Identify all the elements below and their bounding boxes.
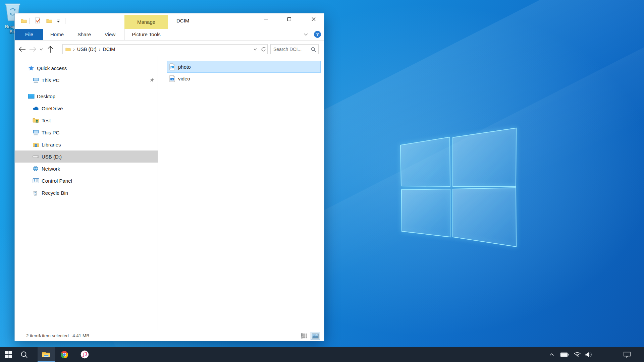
taskbar-search-button[interactable] <box>16 347 32 362</box>
explorer-window-icon <box>21 18 27 23</box>
taskbar-itunes-button[interactable] <box>76 347 93 362</box>
tab-picture-tools[interactable]: Picture Tools <box>124 29 168 40</box>
chrome-icon <box>60 351 68 359</box>
address-toolbar: › USB (D:) › DCIM <box>15 42 324 57</box>
status-divider <box>35 333 35 339</box>
onedrive-cloud-icon <box>33 106 39 111</box>
action-center-icon[interactable] <box>620 347 634 362</box>
sidebar-item-test[interactable]: Test <box>15 114 158 126</box>
battery-icon[interactable] <box>559 347 570 362</box>
sidebar-item-network[interactable]: Network <box>15 163 158 175</box>
thumbnail-view-button[interactable] <box>311 332 320 340</box>
qat-separator <box>30 18 30 24</box>
selection-status: 1 item selected <box>38 333 69 338</box>
windows-start-icon <box>5 351 12 358</box>
network-icon <box>33 166 39 172</box>
pin-icon <box>150 78 154 82</box>
chevron-up-icon <box>549 353 554 356</box>
refresh-button[interactable] <box>259 45 267 54</box>
file-item-video[interactable]: video <box>167 73 321 84</box>
sidebar-item-this-pc-pinned[interactable]: This PC <box>15 74 158 86</box>
help-button[interactable]: ? <box>314 31 321 38</box>
maximize-icon <box>287 17 291 21</box>
explorer-window: Manage DCIM File Home Share View Picture… <box>14 13 324 341</box>
address-history-button[interactable] <box>251 45 259 54</box>
user-folder-icon <box>33 118 39 123</box>
usb-drive-icon <box>33 155 39 159</box>
expand-ribbon-button[interactable] <box>302 32 310 38</box>
sidebar-item-this-pc[interactable]: This PC <box>15 126 158 138</box>
chevron-down-icon <box>254 48 257 51</box>
recycle-bin-icon <box>33 190 38 196</box>
minimize-button[interactable] <box>258 13 274 25</box>
recent-locations-button[interactable] <box>38 45 44 54</box>
sidebar-item-control-panel[interactable]: Control Panel <box>15 175 158 187</box>
taskbar-file-explorer-button[interactable] <box>38 347 55 362</box>
libraries-icon <box>33 142 39 147</box>
tab-home[interactable]: Home <box>44 29 70 40</box>
file-name: video <box>178 76 190 81</box>
tab-share[interactable]: Share <box>70 29 98 40</box>
video-file-icon <box>169 75 175 82</box>
forward-arrow-icon <box>29 47 37 52</box>
breadcrumb-usb-d[interactable]: USB (D:) <box>77 47 97 52</box>
sidebar-item-libraries[interactable]: Libraries <box>15 138 158 150</box>
wifi-icon[interactable] <box>572 347 583 362</box>
windows-logo <box>397 125 518 249</box>
taskbar-chrome-button[interactable] <box>56 347 72 362</box>
selection-size: 4.41 MB <box>72 333 89 338</box>
file-name: photo <box>178 64 191 70</box>
maximize-button[interactable] <box>281 13 297 25</box>
title-bar: Manage DCIM <box>15 13 324 29</box>
new-folder-icon[interactable] <box>46 18 52 23</box>
address-bar[interactable]: › USB (D:) › DCIM <box>62 44 268 54</box>
customize-qat-caret-icon[interactable] <box>56 19 60 23</box>
folder-icon <box>65 47 71 52</box>
search-box <box>270 44 319 54</box>
sidebar-item-quick-access[interactable]: Quick access <box>15 62 158 74</box>
breadcrumb-chevron: › <box>71 47 77 52</box>
details-view-icon <box>301 333 308 339</box>
file-explorer-icon <box>42 351 51 358</box>
qat-separator <box>65 18 65 24</box>
sidebar-item-desktop[interactable]: Desktop <box>15 90 158 102</box>
sidebar-item-onedrive[interactable]: OneDrive <box>15 102 158 114</box>
minimize-icon <box>264 19 268 19</box>
volume-icon[interactable] <box>583 347 595 362</box>
status-bar: 2 items 1 item selected 4.41 MB <box>15 330 324 341</box>
quick-access-star-icon <box>28 65 34 71</box>
pane-divider <box>158 56 158 330</box>
up-arrow-icon <box>48 46 53 53</box>
back-arrow-icon <box>18 47 26 52</box>
search-icon[interactable] <box>311 47 316 52</box>
sidebar-item-usb-d[interactable]: USB (D:) <box>15 150 158 163</box>
sidebar-item-recycle-bin[interactable]: Recycle Bin <box>15 187 158 199</box>
up-button[interactable] <box>46 45 55 54</box>
this-pc-icon <box>33 129 39 135</box>
tab-file[interactable]: File <box>15 29 43 40</box>
close-button[interactable] <box>306 13 321 25</box>
properties-check-icon[interactable] <box>35 17 41 24</box>
ribbon-tab-row: File Home Share View Picture Tools ? <box>15 29 324 41</box>
chevron-down-icon <box>40 48 43 51</box>
this-pc-icon <box>33 77 39 83</box>
forward-button[interactable] <box>28 45 38 54</box>
tray-show-hidden-icons-button[interactable] <box>547 347 557 362</box>
tab-view[interactable]: View <box>98 29 122 40</box>
breadcrumb-dcim[interactable]: DCIM <box>103 47 115 52</box>
start-button[interactable] <box>0 347 16 362</box>
chevron-down-icon <box>304 33 308 36</box>
search-icon <box>20 351 28 358</box>
file-item-photo[interactable]: photo <box>167 61 321 73</box>
itunes-icon <box>80 350 89 359</box>
image-file-icon <box>169 63 175 70</box>
thumbnail-view-icon <box>312 334 319 339</box>
breadcrumb-chevron: › <box>97 47 103 52</box>
details-view-button[interactable] <box>300 332 309 340</box>
back-button[interactable] <box>17 45 27 54</box>
desktop: Recycle Bin Manage DCIM <box>0 0 644 362</box>
control-panel-icon <box>33 178 39 183</box>
search-input[interactable] <box>271 47 311 52</box>
refresh-icon <box>261 47 266 52</box>
tab-manage[interactable]: Manage <box>124 15 168 29</box>
